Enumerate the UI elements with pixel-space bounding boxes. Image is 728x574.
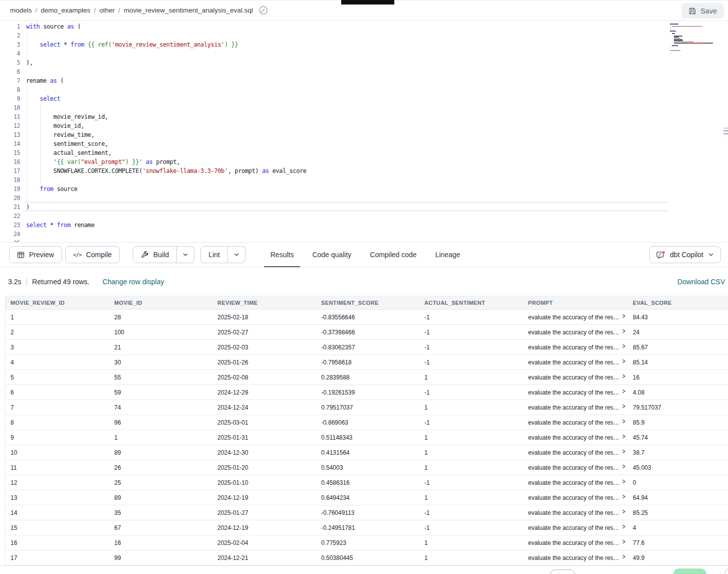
expand-prompt-icon[interactable] <box>622 344 626 348</box>
expand-prompt-icon[interactable] <box>622 374 626 378</box>
line-number: 24 <box>0 230 20 239</box>
breadcrumb-separator: / <box>36 7 38 14</box>
cell-review_time: 2024-12-29 <box>212 389 316 396</box>
prompt-cell[interactable]: evaluate the accuracy of the res… <box>523 359 628 366</box>
line-number: 23 <box>0 221 20 230</box>
expand-prompt-icon[interactable] <box>622 419 626 424</box>
prompt-preview-text: evaluate the accuracy of the res… <box>528 449 619 456</box>
cell-movie_id: 89 <box>109 449 212 456</box>
minimap-line <box>670 45 716 46</box>
prompt-preview-text: evaluate the accuracy of the res… <box>528 494 619 501</box>
tab-compiled-code[interactable]: Compiled code <box>369 242 417 267</box>
tab-results[interactable]: Results <box>270 242 295 267</box>
prompt-cell[interactable]: evaluate the accuracy of the res… <box>523 329 628 336</box>
breadcrumb-item[interactable]: other <box>99 7 115 14</box>
prompt-cell[interactable]: evaluate the accuracy of the res… <box>523 389 628 396</box>
expand-prompt-icon[interactable] <box>622 359 626 363</box>
cell-review_time: 2025-02-08 <box>212 374 316 381</box>
minimap[interactable] <box>670 24 716 54</box>
code-editor[interactable]: 1with source as (23 select * from {{ ref… <box>0 21 728 242</box>
bottom-status-pill-partial[interactable] <box>673 568 706 574</box>
line-number: 11 <box>0 112 20 121</box>
expand-prompt-icon[interactable] <box>622 494 626 499</box>
cell-movie_id: 28 <box>109 314 212 321</box>
prompt-cell[interactable]: evaluate the accuracy of the res… <box>523 479 628 486</box>
breadcrumb-item[interactable]: movie_review_sentiment_analysis_eval.sql <box>124 7 253 14</box>
code-line: 16 '{{ var("eval_prompt") }}' as prompt, <box>0 157 728 166</box>
tab-lineage[interactable]: Lineage <box>434 242 461 267</box>
column-header-prompt: PROMPT <box>523 300 628 306</box>
cell-review_time: 2024-12-24 <box>212 404 316 411</box>
prompt-preview-text: evaluate the accuracy of the res… <box>528 554 619 561</box>
breadcrumb-item[interactable]: demo_examples <box>41 7 90 14</box>
code-line: 21) <box>0 203 728 212</box>
table-row: 912025-01-310.511483431evaluate the accu… <box>6 430 728 445</box>
cell-actual_sentiment: -1 <box>419 389 523 396</box>
minimap-line <box>670 32 716 33</box>
prompt-cell[interactable]: evaluate the accuracy of the res… <box>523 449 628 456</box>
change-row-display-link[interactable]: Change row display <box>103 278 164 286</box>
breadcrumb-item[interactable]: models <box>10 7 32 14</box>
cell-review_time: 2025-02-04 <box>212 539 316 546</box>
cell-sentiment_score: -0.24951781 <box>316 524 419 531</box>
prompt-cell[interactable]: evaluate the accuracy of the res… <box>523 539 628 546</box>
lint-button[interactable]: Lint <box>200 246 228 263</box>
cell-review_time: 2025-01-27 <box>212 509 316 516</box>
compile-button[interactable]: </> Compile <box>65 246 120 263</box>
cell-actual_sentiment: -1 <box>419 329 523 336</box>
prompt-cell[interactable]: evaluate the accuracy of the res… <box>523 404 628 411</box>
cell-movie_id: 100 <box>109 329 212 336</box>
result-tabs: ResultsCode qualityCompiled codeLineage <box>270 242 478 267</box>
cell-movie_review_id: 8 <box>6 419 109 426</box>
table-row: 4302025-01-26-0.7958618-1evaluate the ac… <box>6 355 728 370</box>
minimap-line <box>670 24 716 25</box>
expand-prompt-icon[interactable] <box>622 464 626 469</box>
prompt-cell[interactable]: evaluate the accuracy of the res… <box>523 509 628 516</box>
line-number: 18 <box>0 175 20 184</box>
code-text: with source as ( <box>26 22 81 31</box>
prompt-cell[interactable]: evaluate the accuracy of the res… <box>523 344 628 351</box>
expand-prompt-icon[interactable] <box>622 509 626 514</box>
expand-prompt-icon[interactable] <box>622 434 626 439</box>
cell-sentiment_score: 0.51148343 <box>316 434 419 441</box>
bottom-button-partial[interactable] <box>550 569 575 574</box>
expand-prompt-icon[interactable] <box>622 389 626 394</box>
expand-prompt-icon[interactable] <box>622 329 626 333</box>
prompt-cell[interactable]: evaluate the accuracy of the res… <box>523 419 628 426</box>
expand-prompt-icon[interactable] <box>622 524 626 529</box>
minimap-line <box>670 33 716 34</box>
line-number: 15 <box>0 148 20 157</box>
cell-eval_score: 64.94 <box>628 494 728 501</box>
prompt-cell[interactable]: evaluate the accuracy of the res… <box>523 374 628 381</box>
download-csv-link[interactable]: Download CSV <box>677 278 725 286</box>
build-dropdown-button[interactable] <box>177 246 194 263</box>
preview-button[interactable]: Preview <box>9 246 62 263</box>
expand-prompt-icon[interactable] <box>622 479 626 484</box>
results-toolbar: Preview </> Compile Build <box>0 242 728 267</box>
cell-movie_review_id: 9 <box>6 434 109 441</box>
prompt-cell[interactable]: evaluate the accuracy of the res… <box>523 314 628 321</box>
table-row: 12252025-01-100.4586316-1evaluate the ac… <box>6 475 728 490</box>
minimap-line <box>670 42 716 43</box>
expand-prompt-icon[interactable] <box>622 539 626 544</box>
scrollbar-thumb[interactable] <box>723 128 728 136</box>
build-button[interactable]: Build <box>133 246 177 263</box>
prompt-cell[interactable]: evaluate the accuracy of the res… <box>523 524 628 531</box>
prompt-cell[interactable]: evaluate the accuracy of the res… <box>523 464 628 471</box>
prompt-cell[interactable]: evaluate the accuracy of the res… <box>523 554 628 561</box>
edit-circle-icon[interactable] <box>259 6 268 15</box>
lint-dropdown-button[interactable] <box>228 246 246 263</box>
prompt-cell[interactable]: evaluate the accuracy of the res… <box>523 494 628 501</box>
cell-movie_review_id: 1 <box>6 314 109 321</box>
save-button[interactable]: Save <box>681 3 724 19</box>
dbt-copilot-button[interactable]: dbt Copilot <box>649 246 721 263</box>
minimap-line <box>670 26 716 27</box>
expand-prompt-icon[interactable] <box>622 404 626 409</box>
tab-code-quality[interactable]: Code quality <box>311 242 352 267</box>
cell-actual_sentiment: 1 <box>419 434 523 441</box>
expand-prompt-icon[interactable] <box>622 449 626 454</box>
cell-movie_review_id: 3 <box>6 344 109 351</box>
expand-prompt-icon[interactable] <box>622 314 626 318</box>
prompt-cell[interactable]: evaluate the accuracy of the res… <box>523 434 628 441</box>
expand-prompt-icon[interactable] <box>622 554 626 559</box>
